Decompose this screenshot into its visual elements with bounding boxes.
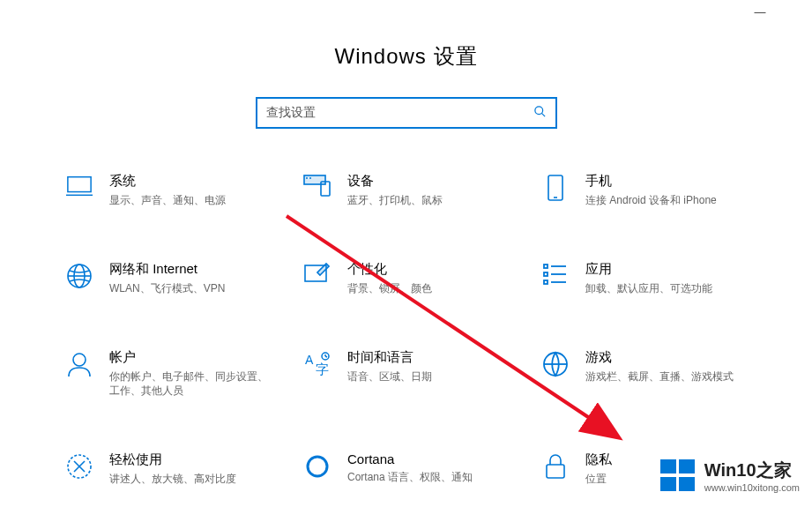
watermark-logo-icon	[659, 456, 697, 495]
tile-desc: 连接 Android 设备和 iPhone	[585, 193, 717, 208]
system-icon	[62, 173, 97, 208]
tile-title: 轻松使用	[109, 451, 236, 468]
tile-desc: Cortana 语言、权限、通知	[347, 470, 473, 485]
gaming-icon	[538, 349, 573, 399]
tile-personalization[interactable]: 个性化 背景、锁屏、颜色	[300, 261, 538, 296]
cortana-icon	[300, 451, 335, 487]
svg-rect-34	[660, 459, 676, 473]
tile-desc: 你的帐户、电子邮件、同步设置、工作、其他人员	[109, 369, 268, 399]
svg-text:A: A	[305, 353, 314, 367]
tile-desc: 游戏栏、截屏、直播、游戏模式	[585, 369, 734, 384]
tile-title: 应用	[585, 261, 712, 278]
minimize-button[interactable]: —	[754, 5, 766, 19]
search-icon	[533, 105, 547, 121]
tile-title: 个性化	[347, 261, 432, 278]
tile-title: 隐私	[585, 451, 612, 468]
search-input[interactable]: 查找设置	[256, 97, 557, 129]
phone-icon	[538, 173, 573, 208]
apps-icon	[538, 261, 573, 296]
svg-point-30	[308, 457, 327, 476]
svg-line-1	[541, 113, 545, 116]
tile-title: 帐户	[109, 349, 268, 366]
tile-desc: 蓝牙、打印机、鼠标	[347, 193, 443, 208]
tile-ease-of-access[interactable]: 轻松使用 讲述人、放大镜、高对比度	[62, 451, 300, 487]
svg-rect-15	[544, 265, 548, 268]
tile-title: 网络和 Internet	[109, 261, 225, 278]
accounts-icon	[62, 349, 97, 399]
tile-system[interactable]: 系统 显示、声音、通知、电源	[62, 173, 300, 208]
tile-title: 时间和语言	[347, 349, 432, 366]
svg-rect-2	[68, 177, 91, 192]
tile-devices[interactable]: 设备 蓝牙、打印机、鼠标	[300, 173, 538, 208]
settings-grid: 系统 显示、声音、通知、电源 设备 蓝牙、打印机、鼠标	[0, 173, 812, 487]
tile-title: 系统	[109, 173, 226, 190]
watermark: Win10之家 www.win10xitong.com	[655, 454, 803, 496]
privacy-icon	[538, 451, 573, 487]
personalization-icon	[300, 261, 335, 296]
search-placeholder: 查找设置	[266, 105, 533, 121]
tile-time-language[interactable]: A 字 时间和语言 语音、区域、日期	[300, 349, 538, 399]
svg-rect-9	[548, 175, 562, 200]
time-language-icon: A 字	[300, 349, 335, 399]
svg-rect-17	[544, 272, 548, 276]
svg-text:字: 字	[316, 362, 329, 377]
svg-rect-37	[679, 477, 695, 491]
svg-rect-4	[304, 175, 325, 184]
svg-line-26	[325, 356, 327, 357]
svg-rect-31	[547, 465, 564, 478]
tile-apps[interactable]: 应用 卸载、默认应用、可选功能	[538, 261, 776, 296]
tile-desc: 语音、区域、日期	[347, 369, 432, 384]
tile-desc: 位置	[585, 472, 612, 487]
tile-title: Cortana	[347, 451, 473, 466]
svg-point-0	[534, 107, 542, 115]
tile-accounts[interactable]: 帐户 你的帐户、电子邮件、同步设置、工作、其他人员	[62, 349, 300, 399]
watermark-title: Win10之家	[704, 459, 800, 482]
svg-point-21	[73, 354, 86, 366]
tile-desc: 背景、锁屏、颜色	[347, 281, 432, 296]
tile-title: 游戏	[585, 349, 734, 366]
tile-cortana[interactable]: Cortana Cortana 语言、权限、通知	[300, 451, 538, 487]
tile-desc: WLAN、飞行模式、VPN	[109, 281, 225, 296]
search-wrap: 查找设置	[0, 97, 812, 129]
tile-desc: 卸载、默认应用、可选功能	[585, 281, 712, 296]
tile-desc: 讲述人、放大镜、高对比度	[109, 472, 236, 487]
page-title: Windows 设置	[0, 42, 812, 71]
tile-desc: 显示、声音、通知、电源	[109, 193, 226, 208]
devices-icon	[300, 173, 335, 208]
tile-title: 设备	[347, 173, 443, 190]
tile-title: 手机	[585, 173, 717, 190]
tile-gaming[interactable]: 游戏 游戏栏、截屏、直播、游戏模式	[538, 349, 776, 399]
tile-phone[interactable]: 手机 连接 Android 设备和 iPhone	[538, 173, 776, 208]
svg-rect-35	[679, 459, 695, 473]
network-icon	[62, 261, 97, 296]
header: Windows 设置	[0, 0, 812, 97]
watermark-url: www.win10xitong.com	[704, 482, 800, 493]
tile-network[interactable]: 网络和 Internet WLAN、飞行模式、VPN	[62, 261, 300, 296]
ease-of-access-icon	[62, 451, 97, 487]
svg-rect-36	[660, 477, 676, 491]
svg-rect-19	[544, 280, 548, 284]
